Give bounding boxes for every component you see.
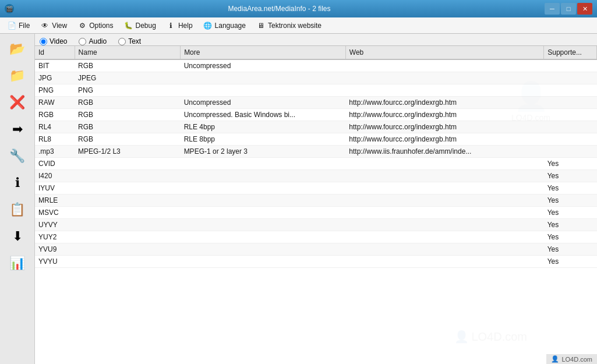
cell-more: [181, 207, 346, 219]
cell-name: [75, 256, 181, 268]
table-row[interactable]: JPGJPEG: [35, 72, 597, 84]
cell-name: RGB: [75, 133, 181, 146]
cell-supported: Yes: [544, 256, 597, 268]
table-row[interactable]: RL8RGBRLE 8bpphttp://www.fourcc.org/inde…: [35, 133, 597, 146]
title-bar: 🎬 MediaArea.net/MediaInfo - 2 files ─ □ …: [0, 0, 597, 17]
cell-name: [75, 231, 181, 243]
cell-supported: [544, 72, 597, 84]
cell-supported: [544, 133, 597, 146]
language-menu-icon: 🌐: [203, 21, 213, 30]
sidebar-btn-sheets[interactable]: 📋: [5, 197, 30, 222]
menu-item-debug[interactable]: 🐛Debug: [119, 19, 161, 33]
cell-id: CVID: [35, 158, 75, 170]
table-row[interactable]: UYVYYes: [35, 219, 597, 231]
main-area: 📂📁❌➡🔧ℹ📋⬇📊 Video Audio Text Id: [0, 34, 597, 364]
table-row[interactable]: CVIDYes: [35, 158, 597, 170]
cell-id: RGB: [35, 109, 75, 121]
window-title: MediaArea.net/MediaInfo - 2 files: [14, 5, 545, 13]
tektronix-menu-icon: 🖥: [256, 21, 266, 30]
table-row[interactable]: MRLEYes: [35, 195, 597, 207]
sidebar-btn-close[interactable]: ❌: [5, 90, 30, 115]
open-file-icon: 📂: [9, 41, 25, 56]
info-icon: ℹ: [15, 175, 20, 190]
menu-item-options[interactable]: ⚙Options: [73, 19, 118, 33]
table-row[interactable]: BITRGBUncompressed: [35, 59, 597, 72]
sidebar-btn-export[interactable]: ➡: [5, 116, 30, 142]
cell-name: RGB: [75, 109, 181, 121]
menu-item-language[interactable]: 🌐Language: [199, 19, 250, 33]
table-row[interactable]: I420Yes: [35, 170, 597, 182]
table-row[interactable]: RGBRGBUncompressed. Basic Windows bi...h…: [35, 109, 597, 121]
tab-text-label: Text: [128, 37, 141, 45]
cell-more: RLE 4bpp: [181, 121, 346, 133]
sidebar-btn-graph[interactable]: 📊: [5, 250, 30, 276]
cell-more: [181, 72, 346, 84]
codec-table: Id Name More Web Supporte... BITRGBUncom…: [35, 46, 597, 268]
col-header-id[interactable]: Id: [35, 46, 75, 59]
cell-supported: Yes: [544, 219, 597, 231]
tab-video-radio[interactable]: [40, 38, 47, 45]
table-row[interactable]: RAWRGBUncompressedhttp://www.fourcc.org/…: [35, 97, 597, 109]
tektronix-menu-label: Tektronix website: [268, 22, 322, 30]
col-header-name[interactable]: Name: [75, 46, 181, 59]
cell-web: [345, 243, 543, 256]
debug-menu-label: Debug: [136, 22, 156, 30]
cell-id: RL4: [35, 121, 75, 133]
tabs-row: Video Audio Text: [35, 34, 597, 46]
table-row[interactable]: IYUVYes: [35, 182, 597, 195]
col-header-web[interactable]: Web: [345, 46, 543, 59]
tab-text[interactable]: Text: [118, 37, 141, 45]
graph-icon: 📊: [9, 256, 25, 271]
cell-web: [345, 84, 543, 97]
window-controls: ─ □ ✕: [545, 3, 592, 15]
tab-text-radio[interactable]: [118, 38, 126, 45]
cell-name: RGB: [75, 97, 181, 109]
table-row[interactable]: YVYUYes: [35, 256, 597, 268]
cell-supported: Yes: [544, 207, 597, 219]
close-button[interactable]: ✕: [577, 3, 592, 15]
col-header-supported[interactable]: Supporte...: [544, 46, 597, 59]
app-icon: 🎬: [5, 4, 14, 13]
menu-item-view[interactable]: 👁View: [36, 19, 72, 33]
cell-supported: Yes: [544, 231, 597, 243]
cell-name: [75, 182, 181, 195]
sidebar-btn-download[interactable]: ⬇: [5, 224, 30, 249]
help-menu-label: Help: [178, 22, 193, 30]
menu-item-help[interactable]: ℹHelp: [162, 19, 197, 33]
table-body: BITRGBUncompressedJPGJPEGPNGPNGRAWRGBUnc…: [35, 59, 597, 268]
sidebar-btn-open-folder[interactable]: 📁: [5, 63, 30, 89]
bottom-bar: 👤 LO4D.com: [546, 354, 597, 364]
menu-item-tektronix[interactable]: 🖥Tektronix website: [252, 19, 326, 33]
cell-more: [181, 84, 346, 97]
cell-name: [75, 170, 181, 182]
table-row[interactable]: YVU9Yes: [35, 243, 597, 256]
tab-audio[interactable]: Audio: [79, 37, 107, 45]
table-row[interactable]: YUY2Yes: [35, 231, 597, 243]
cell-web: [345, 207, 543, 219]
menu-item-file[interactable]: 📄File: [2, 19, 34, 33]
cell-web: http://www.iis.fraunhofer.de/amm/inde...: [345, 146, 543, 158]
cell-name: MPEG-1/2 L3: [75, 146, 181, 158]
tab-audio-radio[interactable]: [79, 38, 86, 45]
table-row[interactable]: .mp3MPEG-1/2 L3MPEG-1 or 2 layer 3http:/…: [35, 146, 597, 158]
cell-web: [345, 170, 543, 182]
cell-supported: [544, 146, 597, 158]
options-menu-icon: ⚙: [77, 21, 87, 30]
table-row[interactable]: MSVCYes: [35, 207, 597, 219]
tab-video[interactable]: Video: [40, 37, 67, 45]
cell-id: IYUV: [35, 182, 75, 195]
cell-more: MPEG-1 or 2 layer 3: [181, 146, 346, 158]
sidebar-btn-options-sidebar[interactable]: 🔧: [5, 143, 30, 169]
cell-id: RL8: [35, 133, 75, 146]
file-menu-label: File: [19, 22, 30, 30]
minimize-button[interactable]: ─: [545, 3, 560, 15]
col-header-more[interactable]: More: [181, 46, 346, 59]
cell-more: [181, 231, 346, 243]
maximize-button[interactable]: □: [561, 3, 576, 15]
bottom-logo-icon: 👤: [551, 355, 559, 363]
sidebar-btn-open-file[interactable]: 📂: [5, 36, 30, 62]
sidebar-btn-info[interactable]: ℹ: [5, 170, 30, 196]
table-row[interactable]: RL4RGBRLE 4bpphttp://www.fourcc.org/inde…: [35, 121, 597, 133]
table-row[interactable]: PNGPNG: [35, 84, 597, 97]
cell-supported: [544, 121, 597, 133]
